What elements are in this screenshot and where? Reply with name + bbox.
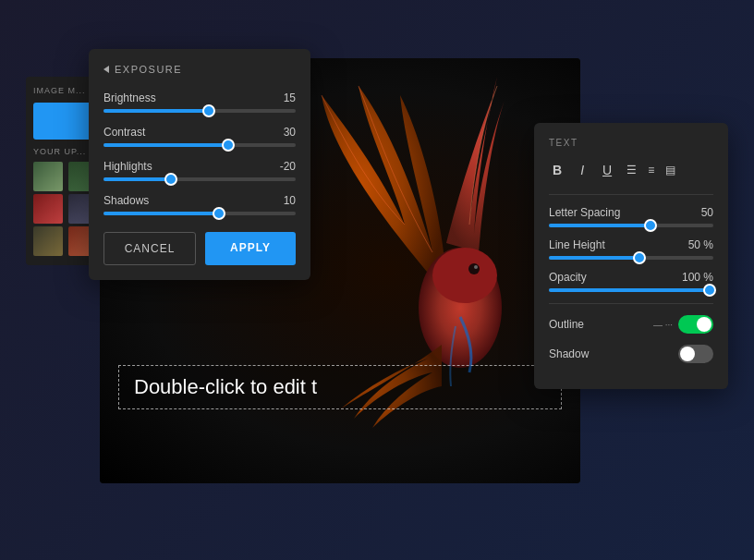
bold-button[interactable]: B — [549, 161, 566, 179]
opacity-thumb[interactable] — [703, 284, 716, 297]
shadow-row: Shadow — [549, 345, 713, 363]
highlights-label: Highlights — [103, 160, 152, 173]
contrast-track[interactable] — [103, 143, 296, 147]
outline-style-icon: ― ··· — [653, 320, 673, 330]
brightness-track[interactable] — [103, 109, 296, 113]
line-height-fill — [549, 256, 639, 260]
align-right-icon[interactable]: ▤ — [665, 164, 675, 177]
italic-button[interactable]: I — [577, 161, 588, 179]
highlights-row: Highlights -20 — [103, 160, 296, 181]
cancel-button[interactable]: CANCEL — [103, 232, 196, 265]
letter-spacing-thumb[interactable] — [644, 219, 657, 232]
letter-spacing-fill — [549, 224, 651, 227]
letter-spacing-track[interactable] — [549, 224, 713, 227]
line-height-track[interactable] — [549, 256, 713, 260]
opacity-fill — [549, 288, 713, 292]
apply-button[interactable]: APPLY — [205, 232, 296, 265]
shadows-row: Shadows 10 — [103, 194, 296, 215]
outline-toggle-knob — [697, 317, 711, 332]
brightness-fill — [103, 109, 209, 113]
brightness-row: Brightness 15 — [103, 91, 296, 113]
contrast-value: 30 — [284, 126, 296, 139]
divider-2 — [549, 303, 713, 304]
highlights-track[interactable] — [103, 177, 296, 181]
exposure-panel: EXPOSURE Brightness 15 Contrast 30 — [89, 49, 310, 280]
highlights-thumb[interactable] — [164, 173, 177, 186]
contrast-fill — [103, 143, 228, 147]
outline-toggle[interactable] — [678, 315, 713, 334]
contrast-row: Contrast 30 — [103, 126, 296, 147]
line-height-thumb[interactable] — [633, 251, 646, 264]
contrast-thumb[interactable] — [222, 139, 235, 152]
shadow-toggle-knob — [680, 347, 695, 361]
canvas-text-content: Double-click to edit t — [134, 375, 317, 398]
brightness-value: 15 — [284, 91, 296, 104]
outline-controls: ― ··· — [653, 315, 713, 334]
svg-point-1 — [432, 248, 497, 303]
line-height-value: 50 % — [688, 238, 713, 251]
highlights-fill — [103, 177, 171, 181]
svg-point-3 — [474, 265, 478, 269]
underline-button[interactable]: U — [599, 161, 615, 179]
shadows-fill — [103, 212, 219, 215]
align-center-icon[interactable]: ≡ — [648, 164, 654, 177]
line-height-row: Line Height 50 % — [549, 238, 713, 260]
image-placeholder[interactable] — [33, 103, 96, 140]
thumb-forest[interactable] — [33, 162, 63, 191]
text-format-toolbar: B I U ☰ ≡ ▤ — [549, 161, 713, 179]
thumb-red[interactable] — [33, 194, 63, 224]
shadow-toggle[interactable] — [678, 345, 713, 363]
shadow-label: Shadow — [549, 347, 589, 360]
letter-spacing-label: Letter Spacing — [549, 206, 620, 219]
thumb-people[interactable] — [33, 226, 63, 256]
shadows-thumb[interactable] — [213, 207, 225, 220]
divider-1 — [549, 194, 713, 195]
text-panel-header: TEXT — [549, 138, 713, 148]
opacity-label: Opacity — [549, 271, 587, 284]
opacity-value: 100 % — [682, 271, 713, 284]
svg-point-2 — [468, 263, 480, 274]
letter-spacing-row: Letter Spacing 50 — [549, 206, 713, 227]
opacity-row: Opacity 100 % — [549, 271, 713, 292]
shadows-value: 10 — [284, 194, 296, 207]
back-button[interactable]: EXPOSURE — [103, 64, 296, 75]
shadows-track[interactable] — [103, 212, 296, 215]
canvas-text-overlay[interactable]: Double-click to edit t — [118, 365, 562, 409]
align-left-icon[interactable]: ☰ — [626, 164, 637, 177]
scene: Double-click to edit t IMAGE M... YOUR U… — [26, 30, 728, 530]
text-panel: TEXT B I U ☰ ≡ ▤ Letter Spacing 50 Line … — [534, 123, 728, 389]
brightness-label: Brightness — [103, 91, 156, 104]
opacity-track[interactable] — [549, 288, 713, 292]
panel-buttons: CANCEL APPLY — [103, 232, 296, 265]
brightness-thumb[interactable] — [202, 104, 215, 117]
outline-label: Outline — [549, 318, 584, 331]
letter-spacing-value: 50 — [701, 206, 713, 219]
shadows-label: Shadows — [103, 194, 149, 207]
outline-row: Outline ― ··· — [549, 315, 713, 334]
highlights-value: -20 — [280, 160, 296, 173]
line-height-label: Line Height — [549, 238, 605, 251]
back-arrow-icon — [103, 66, 109, 73]
contrast-label: Contrast — [103, 126, 145, 139]
exposure-title: EXPOSURE — [115, 64, 182, 75]
